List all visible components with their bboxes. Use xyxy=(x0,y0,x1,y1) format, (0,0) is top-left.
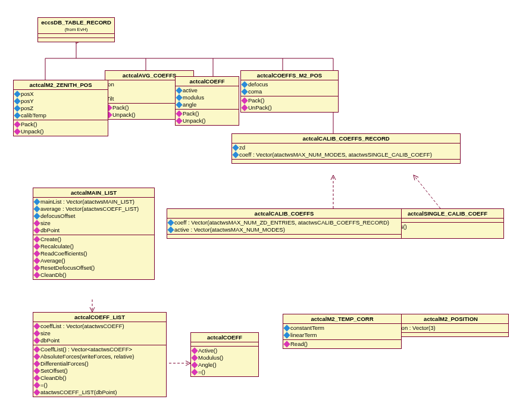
class-title: actcalCOEFF xyxy=(191,333,258,342)
op: atactwsCOEFF_LIST(dbPoint) xyxy=(35,389,165,396)
op: CoeffList() : Vector<atactwsCOEFF> xyxy=(35,346,165,353)
op: ulus() xyxy=(393,223,502,230)
op: Modulus() xyxy=(192,354,257,361)
class-actcal-m2-zenith-pos: actcalM2_ZENITH_POS posX posY posZ calib… xyxy=(13,80,108,136)
attr: active : Vector(atactwsMAX_NUM_MODES) xyxy=(168,226,400,233)
class-actcal-single-calib-coeff: actcalSINGLE_CALIB_COEFF ulus() le() xyxy=(391,208,504,239)
attr: active xyxy=(177,87,237,94)
op: Pack() xyxy=(177,110,237,117)
op: Active() xyxy=(192,347,257,354)
class-actcal-coeff-list: actcalCOEFF_LIST coeffList : Vector(atac… xyxy=(33,312,167,397)
op: le() xyxy=(393,230,502,238)
class-actcal-m2-position: actcalM2_POSITION sition : Vector(3) xyxy=(393,314,509,337)
class-title: eccsDB_TABLE_RECORD xyxy=(38,18,114,27)
attr: sition : Vector(3) xyxy=(395,325,507,332)
class-actcal-main-list: actcalMAIN_LIST mainList : Vector(atactw… xyxy=(33,188,155,280)
attr: posZ xyxy=(15,105,107,112)
op: UnPack() xyxy=(242,104,337,111)
attr: mainList : Vector(atactwsMAIN_LIST) xyxy=(35,198,153,205)
op: Pack() xyxy=(15,121,107,128)
op: Average() xyxy=(35,257,153,264)
class-eccsdb-table-record: eccsDB_TABLE_RECORD (from EvH) xyxy=(37,17,115,42)
attr: size xyxy=(35,330,165,337)
attr: calibTemp xyxy=(15,112,107,119)
op: Create() xyxy=(35,236,153,243)
attr: posY xyxy=(15,98,107,105)
class-actcal-m2-temp-corr: actcalM2_TEMP_CORR constantTerm linearTe… xyxy=(283,314,402,349)
class-title: actcalM2_POSITION xyxy=(393,314,508,324)
attr: angle xyxy=(177,101,237,108)
op: =() xyxy=(192,369,257,376)
op: AbsoluteForces(writeForces, relative) xyxy=(35,353,165,360)
op: Recalculate() xyxy=(35,243,153,250)
attr: defocus xyxy=(242,81,337,88)
attr: coeffList : Vector(atactwsCOEFF) xyxy=(35,323,165,330)
attr: coeff : Vector(atactwsMAX_NUM_ZD_ENTRIES… xyxy=(168,219,400,226)
class-actcal-calib-coeffs: actcalCALIB_COEFFS coeff : Vector(atactw… xyxy=(167,208,402,239)
op: =() xyxy=(35,382,165,389)
class-title: actcalSINGLE_CALIB_COEFF xyxy=(392,209,503,219)
attr: coma xyxy=(242,88,337,95)
class-title: actcalCALIB_COEFFS xyxy=(167,209,401,219)
attr: average : Vector(atactwsCOEFF_LIST) xyxy=(35,205,153,213)
class-actcal-coeff-top: actcalCOEFF active modulus angle Pack() … xyxy=(175,76,239,126)
attr: linearTerm xyxy=(284,332,400,339)
op: CleanDb() xyxy=(35,375,165,382)
class-title: actcalCOEFFS_M2_POS xyxy=(241,71,338,80)
class-title: actcalCOEFF_LIST xyxy=(33,313,166,322)
attr: zd xyxy=(233,144,459,151)
op: Angle() xyxy=(192,361,257,369)
op: SetOffset() xyxy=(35,367,165,375)
class-actcal-calib-coeffs-record: actcalCALIB_COEFFS_RECORD zd coeff : Vec… xyxy=(231,133,461,164)
attr: coeff : Vector(atactwsMAX_NUM_MODES, ata… xyxy=(233,151,459,158)
svg-line-10 xyxy=(414,175,440,208)
attr: constantTerm xyxy=(284,325,400,332)
op: CleanDb() xyxy=(35,272,153,279)
op: DifferentialForces() xyxy=(35,360,165,367)
class-title: actcalCALIB_COEFFS_RECORD xyxy=(232,134,460,144)
class-actcal-coeffs-m2-pos: actcalCOEFFS_M2_POS defocus coma Pack() … xyxy=(240,70,339,113)
op: Unpack() xyxy=(15,128,107,135)
op: Unpack() xyxy=(177,117,237,124)
attr: dbPoint xyxy=(35,337,165,344)
class-actcal-coeff-bottom: actcalCOEFF Active() Modulus() Angle() =… xyxy=(190,332,259,377)
attr: size xyxy=(35,220,153,227)
attr: dbPoint xyxy=(35,227,153,234)
attr: modulus xyxy=(177,94,237,101)
op: Pack() xyxy=(242,97,337,104)
class-subtitle: (from EvH) xyxy=(38,27,114,34)
attr: posX xyxy=(15,91,107,98)
attr: defocusOffset xyxy=(35,213,153,220)
op: Read() xyxy=(284,341,400,348)
class-title: actcalM2_TEMP_CORR xyxy=(283,314,401,324)
class-title: actcalM2_ZENITH_POS xyxy=(14,80,108,90)
op: ReadCoefficients() xyxy=(35,250,153,257)
op: ResetDefocusOffset() xyxy=(35,264,153,272)
class-title: actcalCOEFF xyxy=(176,77,239,86)
class-title: actcalMAIN_LIST xyxy=(33,188,154,198)
